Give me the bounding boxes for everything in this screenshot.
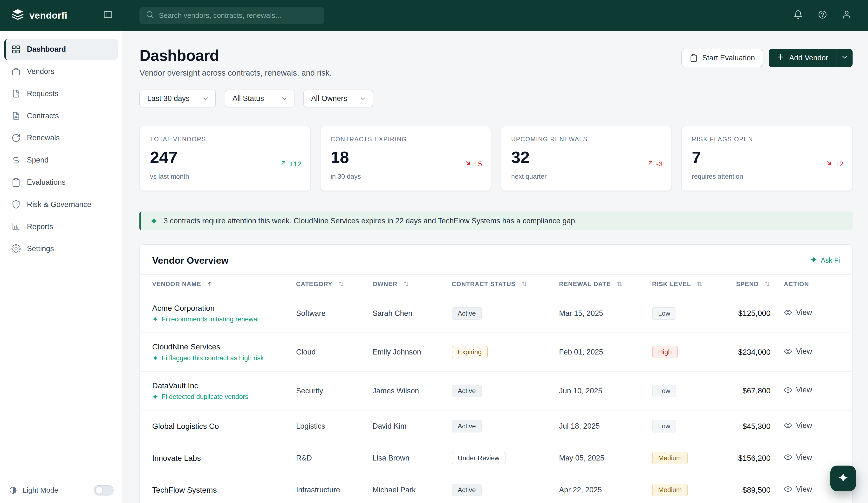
plus-icon: [776, 53, 785, 63]
dollar-icon: [11, 155, 21, 165]
owner-cell: Sarah Chen: [366, 294, 445, 333]
sidebar-item-evaluations[interactable]: Evaluations: [4, 172, 118, 193]
sort-icon: [764, 281, 771, 288]
add-vendor-label: Add Vendor: [789, 53, 828, 62]
contract-status-badge: Under Review: [452, 452, 506, 464]
start-evaluation-button[interactable]: Start Evaluation: [681, 49, 763, 67]
column-label: Vendor Name: [152, 281, 201, 288]
column-header-spend[interactable]: Spend: [722, 274, 777, 294]
view-button[interactable]: View: [784, 421, 812, 430]
sparkle-icon: [838, 472, 849, 485]
stat-delta-value: -3: [656, 160, 663, 168]
column-label: Renewal Date: [559, 281, 611, 288]
date-range-filter[interactable]: Last 30 days: [140, 90, 216, 107]
view-button[interactable]: View: [784, 308, 812, 317]
help-button[interactable]: [817, 9, 828, 22]
owner-cell: Lisa Brown: [366, 442, 445, 474]
view-label: View: [796, 308, 812, 317]
vendor-table: Vendor Name Category Owner: [140, 274, 852, 503]
sort-icon: [403, 281, 410, 288]
eye-icon: [784, 308, 792, 316]
sort-icon: [616, 281, 623, 288]
user-menu-button[interactable]: [841, 9, 852, 22]
sidebar-item-dashboard[interactable]: Dashboard: [4, 39, 118, 60]
owner-cell: Michael Park: [366, 474, 445, 503]
stat-card-contracts-expiring: Contracts Expiring 18 in 30 days +5: [320, 126, 491, 191]
risk-level-badge: Low: [652, 420, 676, 432]
owner-filter[interactable]: All Owners: [303, 90, 373, 107]
owner-filter-value: All Owners: [311, 94, 347, 103]
brand: vendorfi: [0, 0, 123, 31]
sort-icon: [696, 281, 703, 288]
column-header-category[interactable]: Category: [289, 274, 366, 294]
view-button[interactable]: View: [784, 347, 812, 356]
stat-note: requires attention: [692, 173, 842, 180]
owner-cell: Emily Johnson: [366, 333, 445, 372]
status-filter[interactable]: All Status: [225, 90, 294, 107]
sidebar-item-settings[interactable]: Settings: [4, 238, 118, 259]
sidebar-item-spend[interactable]: Spend: [4, 150, 118, 171]
stat-label: Contracts Expiring: [331, 136, 481, 143]
column-header-vendor-name[interactable]: Vendor Name: [140, 274, 289, 294]
ai-note-text: Fi flagged this contract as high risk: [162, 354, 264, 362]
eye-icon: [784, 453, 792, 461]
sidebar-item-vendors[interactable]: Vendors: [4, 61, 118, 82]
vendor-name: Global Logistics Co: [152, 422, 283, 431]
sidebar-collapse-button[interactable]: [102, 9, 114, 22]
clipboard-icon: [690, 54, 698, 62]
sidebar-item-risk-governance[interactable]: Risk & Governance: [4, 194, 118, 215]
sidebar-item-renewals[interactable]: Renewals: [4, 128, 118, 149]
sidebar-item-label: Requests: [27, 89, 59, 98]
filter-bar: Last 30 days All Status All Owners: [140, 90, 852, 107]
spend-cell: $67,800: [722, 372, 777, 411]
file-icon: [11, 89, 21, 98]
page-header: Dashboard Vendor oversight across contra…: [140, 47, 852, 78]
table-row[interactable]: Acme Corporation Fi recommends initiatin…: [140, 294, 852, 333]
view-button[interactable]: View: [784, 453, 812, 462]
stat-value: 32: [511, 149, 662, 166]
view-label: View: [796, 386, 812, 394]
category-cell: Software: [289, 294, 366, 333]
bar-chart-icon: [11, 222, 21, 231]
search-input[interactable]: [159, 11, 318, 20]
app: vendorfi: [0, 0, 868, 503]
page-subtitle: Vendor oversight across contracts, renew…: [140, 68, 332, 78]
sidebar-item-contracts[interactable]: Contracts: [4, 105, 118, 126]
layers-logo-icon: [11, 8, 24, 23]
renewal-date-cell: Apr 22, 2025: [552, 474, 645, 503]
column-header-renewal-date[interactable]: Renewal Date: [552, 274, 645, 294]
sidebar-item-reports[interactable]: Reports: [4, 216, 118, 237]
view-button[interactable]: View: [784, 485, 812, 494]
vendor-name: DataVault Inc: [152, 381, 283, 390]
renewal-date-cell: Feb 01, 2025: [552, 333, 645, 372]
table-row[interactable]: DataVault Inc Fi detected duplicate vend…: [140, 372, 852, 411]
vendor-name: TechFlow Systems: [152, 486, 283, 494]
table-row[interactable]: Global Logistics Co Logistics David Kim …: [140, 410, 852, 442]
risk-level-badge: Low: [652, 385, 676, 397]
column-header-risk-level[interactable]: Risk Level: [645, 274, 722, 294]
table-row[interactable]: CloudNine Services Fi flagged this contr…: [140, 333, 852, 372]
sidebar-item-requests[interactable]: Requests: [4, 83, 118, 104]
view-button[interactable]: View: [784, 386, 812, 394]
stat-delta: +5: [465, 159, 482, 168]
sidebar: Dashboard Vendors Requests: [0, 31, 123, 503]
notifications-button[interactable]: [792, 9, 804, 22]
category-cell: Infrastructure: [289, 474, 366, 503]
theme-toggle[interactable]: [94, 485, 114, 496]
fi-assistant-fab[interactable]: [830, 465, 856, 491]
eye-icon: [784, 386, 792, 394]
add-vendor-dropdown-button[interactable]: [836, 49, 852, 67]
table-row[interactable]: Innovate Labs R&D Lisa Brown Under Revie…: [140, 442, 852, 474]
date-range-value: Last 30 days: [147, 94, 189, 103]
table-row[interactable]: TechFlow Systems Infrastructure Michael …: [140, 474, 852, 503]
renewal-date-cell: Jul 18, 2025: [552, 410, 645, 442]
add-vendor-button[interactable]: Add Vendor: [769, 49, 836, 67]
spend-cell: $156,200: [722, 442, 777, 474]
ask-fi-button[interactable]: Ask Fi: [810, 256, 840, 265]
spend-cell: $125,000: [722, 294, 777, 333]
sparkle-icon: [150, 217, 158, 225]
column-header-contract-status[interactable]: Contract Status: [445, 274, 552, 294]
column-header-owner[interactable]: Owner: [366, 274, 445, 294]
user-icon: [842, 10, 851, 21]
chevron-down-icon: [841, 53, 848, 62]
